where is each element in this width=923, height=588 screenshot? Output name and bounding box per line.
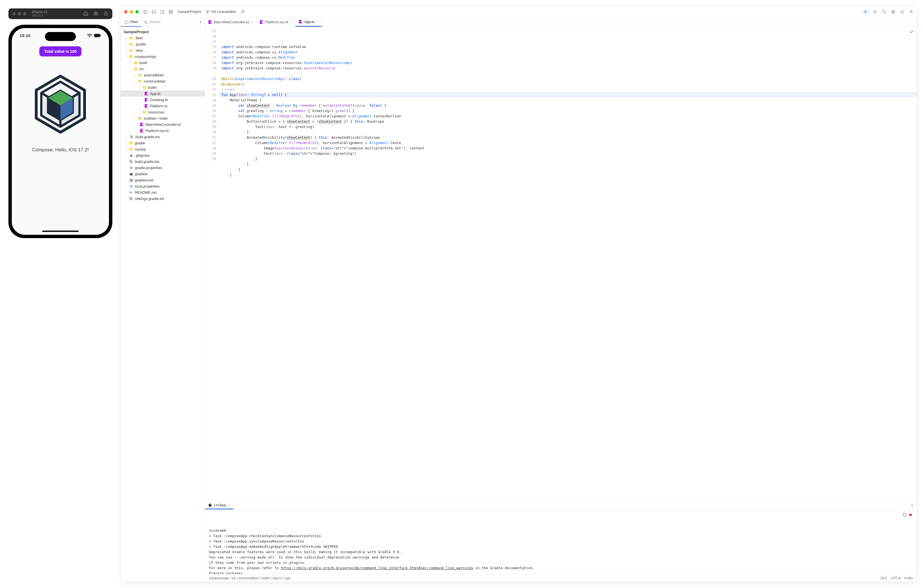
tree-folder[interactable]: ›📁.idea [121,47,205,53]
add-tab-button[interactable]: + [196,20,205,25]
svg-point-37 [882,10,885,13]
tree-folder[interactable]: ›📁gradle [121,140,205,146]
minimize-window-icon[interactable] [130,10,133,13]
project-name[interactable]: SampleProject [177,10,201,14]
folder-icon [124,20,129,24]
phone-screen[interactable]: 15:10 Total value is 100 [12,28,109,235]
tree-folder[interactable]: ›📁androidMain [121,72,205,78]
add-user-icon[interactable] [241,10,245,14]
tree-file[interactable]: 🐘build.gradle.kts [121,158,205,164]
kotlin-icon [299,20,302,24]
ai-assistant-icon[interactable] [862,9,869,15]
kotlin-icon [209,20,212,24]
tree-file[interactable]: MainViewController.kt [121,121,205,128]
cursor-position[interactable]: 20:5 [880,576,887,580]
close-icon[interactable]: × [251,20,253,24]
editor-tab[interactable]: MainViewController.kt× [205,17,256,27]
files-tab[interactable]: Files [121,17,141,27]
code-editor[interactable]: 1213141516171819202122232425262728293031… [205,27,917,501]
search-icon [143,20,148,25]
account-icon[interactable] [909,10,913,14]
svg-point-41 [144,20,147,23]
breadcrumbs[interactable]: composeApp / src / commonMain / kotlin /… [209,576,291,580]
tree-folder[interactable]: ›📁.gradle [121,41,205,47]
screenshot-icon[interactable] [93,11,98,17]
svg-line-38 [885,12,886,13]
svg-rect-19 [161,10,164,13]
kotlin-icon [145,98,148,102]
run-output[interactable]: torArm64 > Task :composeApp:checkCanSync… [205,510,917,574]
tree-file[interactable]: Platform.kt [121,103,205,109]
tree-folder[interactable]: ›📁resources [121,109,205,115]
tree-file[interactable]: M↓README.md [121,189,205,195]
ide-toolbar: SampleProject Git Unavailable [121,6,917,17]
apps-grid-icon[interactable] [169,10,173,14]
stop-icon[interactable] [908,513,913,517]
compose-logo [32,73,89,136]
search-tab[interactable]: Search [141,20,196,25]
svg-point-26 [172,11,172,12]
tree-file[interactable]: ⚙local.properties [121,183,205,189]
tree-file[interactable]: Greeting.kt [121,97,205,103]
tree-folder[interactable]: ›📁.fleet [121,35,205,41]
file-language[interactable]: Kotlin [905,576,913,580]
tree-file-app-kt[interactable]: App.kt [121,90,205,97]
file-encoding[interactable]: UTF-8 [891,576,900,580]
tree-file[interactable]: 🐘settings.gradle.kts [121,195,205,202]
tree-file[interactable]: 🐘build.gradle.kts [121,134,205,140]
add-run-tab[interactable]: + [907,503,917,508]
tree-file[interactable]: ⚙gradle.properties [121,164,205,171]
tree-root[interactable]: SampleProject [121,29,205,35]
panel-bottom-icon[interactable] [152,10,156,14]
svg-point-33 [242,10,243,11]
file-tree[interactable]: SampleProject ›📁.fleet ›📁.gradle ›📁.idea… [121,27,205,582]
phone-frame: 15:10 Total value is 100 [8,25,112,238]
settings-icon[interactable] [891,10,895,14]
status-time: 15:10 [20,33,30,38]
svg-rect-43 [909,514,912,516]
battery-icon [94,34,101,37]
share-icon[interactable] [103,11,108,17]
app-total-button[interactable]: Total value is 100 [39,46,82,56]
tree-folder[interactable]: ›📁iosApp [121,146,205,152]
tree-folder[interactable]: ⌄📁commonMain [121,78,205,84]
panel-left-icon[interactable] [143,10,148,14]
device-name: iPhone 15 [32,10,47,14]
home-indicator[interactable] [42,230,79,232]
close-window-icon[interactable] [124,10,128,13]
svg-point-32 [209,10,210,11]
svg-rect-6 [100,35,101,36]
tree-folder[interactable]: ›📁build [121,59,205,66]
tree-file[interactable]: ▣gradlew [121,171,205,177]
simulator-toolbar[interactable]: iPhone 15 iOS 17.2 [8,8,112,19]
traffic-lights[interactable] [124,10,139,13]
tree-folder[interactable]: ⌄📁kotlin [121,84,205,90]
svg-rect-15 [144,10,147,13]
tree-file[interactable]: ▤gradlew.bat [121,177,205,183]
tree-folder[interactable]: ⌄📁iosMain / kotlin [121,115,205,121]
git-status[interactable]: Git Unavailable [206,10,236,14]
panel-right-icon[interactable] [160,10,164,14]
maximize-window-icon[interactable] [135,10,139,13]
kotlin-icon [140,123,144,126]
close-icon[interactable]: × [290,20,292,24]
tree-folder[interactable]: ⌄📁composeApp [121,53,205,59]
rerun-icon[interactable] [903,513,907,517]
apple-icon [209,503,212,507]
search-icon[interactable] [882,10,887,14]
run-icon[interactable] [873,10,877,14]
sim-traffic-lights[interactable] [12,12,26,15]
notifications-icon[interactable] [900,10,905,14]
close-icon[interactable]: × [316,20,318,24]
home-icon[interactable] [83,11,88,17]
editor-tab[interactable]: Platform.ios.kt× [256,17,296,27]
tree-folder[interactable]: ⌄📁src [121,66,205,72]
run-tab[interactable]: iosApp × [205,501,233,509]
close-icon[interactable]: × [228,503,230,507]
svg-point-21 [169,10,170,11]
code-content[interactable]: import androidx.compose.runtime.setValue… [219,27,917,501]
editor-tab-active[interactable]: App.kt× [296,17,322,27]
tree-file[interactable]: Platform.ios.kt [121,128,205,134]
tree-file[interactable]: ◈.gitignore [121,152,205,158]
svg-point-29 [172,13,172,13]
